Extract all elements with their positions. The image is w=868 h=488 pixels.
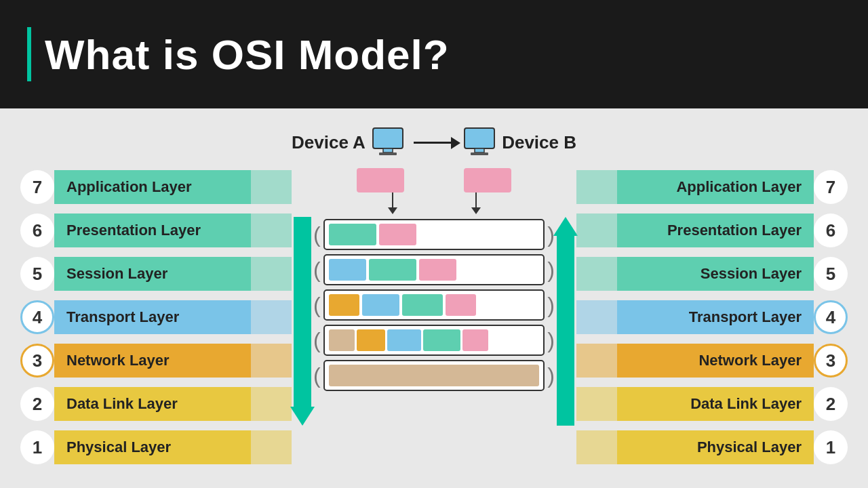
layer-tail-2-right xyxy=(576,387,617,421)
left-layer-1: 1 Physical Layer xyxy=(20,426,292,468)
left-layer-3: 3 Network Layer xyxy=(20,340,292,382)
svg-rect-3 xyxy=(465,128,494,148)
seg-pink-2 xyxy=(419,259,456,281)
data-row-5: ( ) xyxy=(313,358,555,393)
data-row-3: ( ) xyxy=(313,287,555,323)
data-row-1: ( ) xyxy=(313,217,555,252)
layer-number-2-right: 2 xyxy=(814,387,848,421)
seg-blue-3 xyxy=(362,294,399,316)
svg-rect-4 xyxy=(475,148,484,152)
layer-tail-7-left xyxy=(251,170,292,204)
seg-tan-4 xyxy=(329,329,355,351)
pink-block-right xyxy=(464,168,511,192)
layer-tail-6-left xyxy=(251,214,292,247)
devices-row: Device A Device B xyxy=(292,122,576,163)
left-layer-2: 2 Data Link Layer xyxy=(20,383,292,425)
layer-label-7-right: Application Layer xyxy=(617,170,814,204)
data-row-2: ( ) xyxy=(313,252,555,287)
layer-number-3-left: 3 xyxy=(20,344,54,378)
layer-tail-5-right xyxy=(576,257,617,291)
center-diagram: Device A Device B xyxy=(292,122,576,426)
layer-number-4-right: 4 xyxy=(814,300,848,334)
layer-label-1-left: Physical Layer xyxy=(54,430,251,464)
seg-pink-3 xyxy=(446,294,476,316)
right-layer-5: 5 Session Layer xyxy=(576,253,848,295)
layer-number-5-left: 5 xyxy=(20,257,54,291)
device-a-label: Device A xyxy=(292,132,366,153)
left-layer-7: 7 Application Layer xyxy=(20,166,292,208)
layer-tail-3-right xyxy=(576,344,617,378)
layer-tail-4-right xyxy=(576,300,617,334)
layer-number-4-left: 4 xyxy=(20,300,54,334)
seg-tan-5 xyxy=(329,365,540,386)
layer-tail-1-left xyxy=(251,430,292,464)
left-layer-6: 6 Presentation Layer xyxy=(20,209,292,251)
right-layer-3: 3 Network Layer xyxy=(576,340,848,382)
layer-number-2-left: 2 xyxy=(20,387,54,421)
left-layer-4: 4 Transport Layer xyxy=(20,296,292,338)
layer-tail-7-right xyxy=(576,170,617,204)
seg-orange-3 xyxy=(329,294,359,316)
svg-rect-1 xyxy=(383,148,393,152)
layer-number-5-right: 5 xyxy=(814,257,848,291)
seg-green-2 xyxy=(369,259,416,281)
layer-label-4-right: Transport Layer xyxy=(617,300,814,334)
pink-block-left xyxy=(357,168,404,192)
left-layer-5: 5 Session Layer xyxy=(20,253,292,295)
layer-label-5-right: Session Layer xyxy=(617,257,814,291)
seg-green-3 xyxy=(402,294,443,316)
layer-number-1-left: 1 xyxy=(20,430,54,464)
device-arrow xyxy=(414,142,454,144)
layers-right: 7 Application Layer 6 Presentation Layer… xyxy=(576,166,848,470)
layer-label-6-right: Presentation Layer xyxy=(617,214,814,247)
right-layer-7: 7 Application Layer xyxy=(576,166,848,208)
layer-number-1-right: 1 xyxy=(814,430,848,464)
main-content: 7 Application Layer 6 Presentation Layer… xyxy=(0,108,868,488)
data-row-4: ( ) xyxy=(313,323,555,358)
svg-rect-0 xyxy=(373,128,403,148)
layer-tail-1-right xyxy=(576,430,617,464)
layer-tail-4-left xyxy=(251,300,292,334)
seg-pink-4 xyxy=(462,329,488,351)
right-layer-4: 4 Transport Layer xyxy=(576,296,848,338)
seg-orange-4 xyxy=(357,329,385,351)
right-layer-1: 1 Physical Layer xyxy=(576,426,848,468)
layer-label-4-left: Transport Layer xyxy=(54,300,251,334)
layer-number-7-right: 7 xyxy=(814,170,848,204)
page-title: What is OSI Model? xyxy=(45,30,450,79)
seg-blue-4 xyxy=(387,329,421,351)
device-b-label: Device B xyxy=(502,132,576,153)
device-b-icon xyxy=(462,126,496,159)
accent-bar xyxy=(27,27,31,81)
layer-label-7-left: Application Layer xyxy=(54,170,251,204)
layer-number-7-left: 7 xyxy=(20,170,54,204)
seg-green-4 xyxy=(423,329,460,351)
layer-tail-6-right xyxy=(576,214,617,247)
seg-green-1 xyxy=(329,224,376,245)
layer-label-2-left: Data Link Layer xyxy=(54,387,251,421)
layer-number-6-right: 6 xyxy=(814,214,848,247)
svg-rect-5 xyxy=(471,152,488,155)
layer-tail-2-left xyxy=(251,387,292,421)
layer-label-1-right: Physical Layer xyxy=(617,430,814,464)
right-layer-6: 6 Presentation Layer xyxy=(576,209,848,251)
layer-tail-5-left xyxy=(251,257,292,291)
device-a-icon xyxy=(371,126,405,159)
layer-label-3-left: Network Layer xyxy=(54,344,251,378)
seg-pink-1 xyxy=(379,224,416,245)
layer-tail-3-left xyxy=(251,344,292,378)
layer-number-6-left: 6 xyxy=(20,214,54,247)
svg-rect-2 xyxy=(379,152,397,155)
layers-left: 7 Application Layer 6 Presentation Layer… xyxy=(20,166,292,470)
header: What is OSI Model? xyxy=(0,0,868,108)
layer-label-5-left: Session Layer xyxy=(54,257,251,291)
seg-blue-2 xyxy=(329,259,366,281)
layer-label-2-right: Data Link Layer xyxy=(617,387,814,421)
layer-number-3-right: 3 xyxy=(814,344,848,378)
layer-label-6-left: Presentation Layer xyxy=(54,214,251,247)
right-layer-2: 2 Data Link Layer xyxy=(576,383,848,425)
layer-label-3-right: Network Layer xyxy=(617,344,814,378)
